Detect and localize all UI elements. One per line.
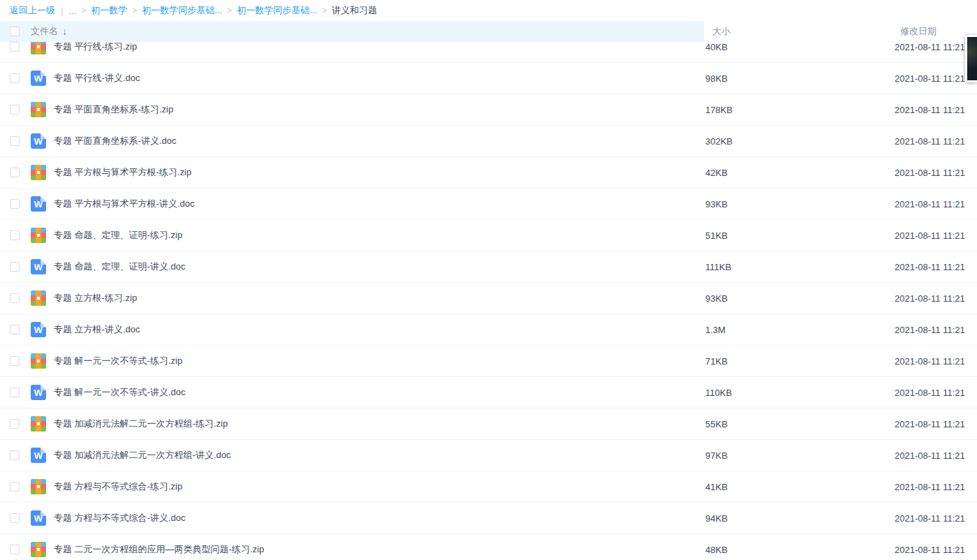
breadcrumb-item-2[interactable]: 初一数学同步基础... xyxy=(237,4,317,17)
row-checkbox[interactable] xyxy=(10,168,20,177)
row-checkbox[interactable] xyxy=(10,545,20,554)
header-name-column: 文件名 ↓ xyxy=(0,25,705,38)
file-size: 98KB xyxy=(705,73,895,84)
page-fold-corner xyxy=(41,196,46,202)
edge-floating-window[interactable] xyxy=(965,35,977,82)
row-checkbox[interactable] xyxy=(10,105,20,115)
file-size: 71KB xyxy=(705,356,895,367)
row-name-cell: 专题 命题、定理、证明-练习.zip xyxy=(0,228,705,243)
file-name-link[interactable]: 专题 二元一次方程组的应用—两类典型问题-练习.zip xyxy=(54,543,264,556)
row-name-cell: 专题 平面直角坐标系-练习.zip xyxy=(0,102,705,117)
row-checkbox[interactable] xyxy=(10,199,20,209)
file-name-link[interactable]: 专题 立方根-讲义.doc xyxy=(54,323,140,336)
row-checkbox[interactable] xyxy=(10,482,20,492)
file-size: 51KB xyxy=(705,230,895,241)
file-modified-date: 2021-08-11 11:21 xyxy=(895,356,977,367)
file-modified-date: 2021-08-11 11:21 xyxy=(895,482,977,492)
zip-archive-icon xyxy=(31,102,46,117)
row-checkbox[interactable] xyxy=(10,42,20,52)
file-modified-date: 2021-08-11 11:21 xyxy=(895,388,977,398)
file-name-link[interactable]: 专题 命题、定理、证明-练习.zip xyxy=(54,229,182,242)
file-name-link[interactable]: 专题 解一元一次不等式-练习.zip xyxy=(54,355,182,367)
file-size: 94KB xyxy=(705,513,895,524)
file-name-link[interactable]: 专题 平面直角坐标系-练习.zip xyxy=(54,103,173,116)
file-name-link[interactable]: 专题 加减消元法解二元一次方程组-练习.zip xyxy=(54,418,228,430)
row-name-cell: 专题 平行线-练习.zip xyxy=(0,42,705,54)
breadcrumb-separator: > xyxy=(81,6,86,15)
breadcrumb-item-1[interactable]: 初一数学同步基础... xyxy=(142,4,222,17)
file-name-link[interactable]: 专题 平行线-讲义.doc xyxy=(54,72,140,84)
table-row-0[interactable]: 专题 平行线-练习.zip 40KB 2021-08-11 11:21 xyxy=(0,42,977,63)
file-name-link[interactable]: 专题 方程与不等式综合-讲义.doc xyxy=(54,512,186,524)
column-header-size[interactable]: 大小 xyxy=(705,25,730,38)
row-name-cell: W 专题 平面直角坐标系-讲义.doc xyxy=(0,133,705,149)
file-name-link[interactable]: 专题 加减消元法解二元一次方程组-讲义.doc xyxy=(54,449,231,462)
file-name-link[interactable]: 专题 方程与不等式综合-练习.zip xyxy=(54,480,182,493)
select-all-checkbox[interactable] xyxy=(10,27,20,36)
row-checkbox[interactable] xyxy=(10,388,20,397)
file-size: 110KB xyxy=(705,388,895,398)
table-row-13[interactable]: W 专题 加减消元法解二元一次方程组-讲义.doc 97KB 2021-08-1… xyxy=(0,440,977,471)
table-row-14[interactable]: 专题 方程与不等式综合-练习.zip 41KB 2021-08-11 11:21 xyxy=(0,471,977,503)
file-size: 40KB xyxy=(705,42,895,52)
row-checkbox[interactable] xyxy=(10,356,20,366)
table-row-7[interactable]: W 专题 命题、定理、证明-讲义.doc 111KB 2021-08-11 11… xyxy=(0,251,977,283)
table-row-8[interactable]: 专题 立方根-练习.zip 93KB 2021-08-11 11:21 xyxy=(0,283,977,314)
back-up-link[interactable]: 返回上一级 xyxy=(10,4,55,17)
row-checkbox[interactable] xyxy=(10,450,20,460)
file-modified-date: 2021-08-11 11:21 xyxy=(895,105,977,115)
breadcrumb-ellipsis[interactable]: ... xyxy=(68,6,76,16)
row-checkbox[interactable] xyxy=(10,230,20,240)
zip-archive-icon xyxy=(31,228,46,243)
table-row-15[interactable]: W 专题 方程与不等式综合-讲义.doc 94KB 2021-08-11 11:… xyxy=(0,503,977,534)
file-modified-date: 2021-08-11 11:21 xyxy=(895,513,977,524)
table-row-10[interactable]: 专题 解一元一次不等式-练习.zip 71KB 2021-08-11 11:21 xyxy=(0,346,977,377)
table-row-2[interactable]: 专题 平面直角坐标系-练习.zip 178KB 2021-08-11 11:21 xyxy=(0,94,977,126)
file-name-link[interactable]: 专题 命题、定理、证明-讲义.doc xyxy=(54,260,186,273)
file-modified-date: 2021-08-11 11:21 xyxy=(895,293,977,304)
file-size: 1.3M xyxy=(705,325,895,335)
breadcrumb-separator: > xyxy=(227,6,232,15)
word-doc-icon: W xyxy=(31,196,46,212)
file-name-link[interactable]: 专题 平行线-练习.zip xyxy=(54,42,137,53)
sort-descending-icon[interactable]: ↓ xyxy=(62,26,67,37)
file-modified-date: 2021-08-11 11:21 xyxy=(895,199,977,209)
table-row-5[interactable]: W 专题 平方根与算术平方根-讲义.doc 93KB 2021-08-11 11… xyxy=(0,189,977,220)
row-name-cell: 专题 方程与不等式综合-练习.zip xyxy=(0,479,705,494)
zip-archive-icon xyxy=(31,165,46,180)
column-header-date[interactable]: 修改日期 xyxy=(895,25,936,38)
zip-archive-icon xyxy=(31,353,46,369)
column-header-filename[interactable]: 文件名 xyxy=(31,25,58,38)
file-name-link[interactable]: 专题 平方根与算术平方根-练习.zip xyxy=(54,166,191,179)
file-name-link[interactable]: 专题 立方根-练习.zip xyxy=(54,292,137,304)
file-modified-date: 2021-08-11 11:21 xyxy=(895,545,977,555)
zip-archive-icon xyxy=(31,42,46,54)
table-row-11[interactable]: W 专题 解一元一次不等式-讲义.doc 110KB 2021-08-11 11… xyxy=(0,377,977,408)
word-doc-icon: W xyxy=(31,133,46,149)
zip-archive-icon xyxy=(31,290,46,306)
row-name-cell: W 专题 方程与不等式综合-讲义.doc xyxy=(0,510,705,526)
row-name-cell: 专题 加减消元法解二元一次方程组-练习.zip xyxy=(0,416,705,432)
file-name-link[interactable]: 专题 平方根与算术平方根-讲义.doc xyxy=(54,198,195,210)
table-row-9[interactable]: W 专题 立方根-讲义.doc 1.3M 2021-08-11 11:21 xyxy=(0,314,977,346)
table-row-4[interactable]: 专题 平方根与算术平方根-练习.zip 42KB 2021-08-11 11:2… xyxy=(0,157,977,189)
row-name-cell: W 专题 命题、定理、证明-讲义.doc xyxy=(0,259,705,274)
table-row-16[interactable]: 专题 二元一次方程组的应用—两类典型问题-练习.zip 48KB 2021-08… xyxy=(0,534,977,560)
word-doc-icon: W xyxy=(31,385,46,400)
table-row-3[interactable]: W 专题 平面直角坐标系-讲义.doc 302KB 2021-08-11 11:… xyxy=(0,126,977,157)
row-checkbox[interactable] xyxy=(10,136,20,146)
file-name-link[interactable]: 专题 平面直角坐标系-讲义.doc xyxy=(54,135,177,147)
row-checkbox[interactable] xyxy=(10,73,20,83)
table-row-6[interactable]: 专题 命题、定理、证明-练习.zip 51KB 2021-08-11 11:21 xyxy=(0,220,977,251)
row-checkbox[interactable] xyxy=(10,419,20,429)
breadcrumb-item-0[interactable]: 初一数学 xyxy=(91,4,127,17)
row-checkbox[interactable] xyxy=(10,325,20,334)
file-name-link[interactable]: 专题 解一元一次不等式-讲义.doc xyxy=(54,386,186,399)
zip-archive-icon xyxy=(31,416,46,432)
table-row-12[interactable]: 专题 加减消元法解二元一次方程组-练习.zip 55KB 2021-08-11 … xyxy=(0,408,977,440)
file-modified-date: 2021-08-11 11:21 xyxy=(895,450,977,461)
row-checkbox[interactable] xyxy=(10,293,20,303)
row-checkbox[interactable] xyxy=(10,513,20,523)
row-checkbox[interactable] xyxy=(10,262,20,272)
table-row-1[interactable]: W 专题 平行线-讲义.doc 98KB 2021-08-11 11:21 xyxy=(0,63,977,94)
